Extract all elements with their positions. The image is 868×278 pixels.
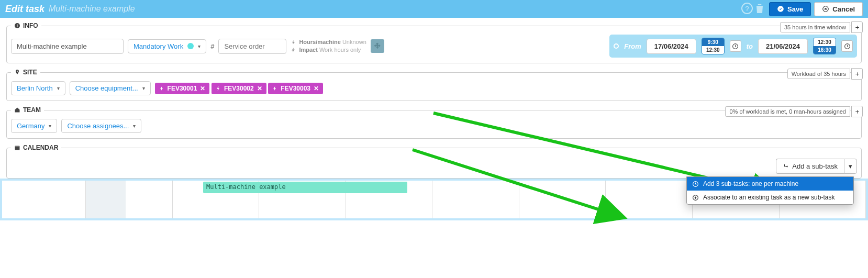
calendar-shade — [86, 181, 126, 218]
caret-down-icon: ▾ — [49, 123, 51, 129]
caret-down-icon: ▾ — [198, 43, 201, 49]
from-time-badge[interactable]: 9:30 12:30 — [702, 38, 725, 54]
task-name-input[interactable] — [11, 39, 124, 54]
calendar-legend: CALENDAR — [11, 144, 61, 151]
site-panel: SITE Workload of 35 hours Berlin North ▾… — [6, 69, 862, 101]
add-subtask-caret[interactable]: ▾ — [844, 159, 857, 174]
caret-down-icon: ▾ — [849, 162, 852, 170]
link-icon — [692, 194, 699, 201]
choose-equipment-select[interactable]: Choose equipment... ▾ — [70, 81, 151, 95]
svg-rect-10 — [15, 146, 20, 147]
to-clock-button[interactable] — [841, 40, 853, 52]
from-date-input[interactable] — [647, 39, 696, 54]
tag-label: FEV30002 — [224, 85, 254, 92]
calendar-task-bar[interactable]: Multi-machine example — [203, 182, 407, 193]
to-label: to — [747, 42, 753, 50]
info-icon — [14, 23, 20, 29]
svg-rect-5 — [17, 25, 18, 27]
work-type-select[interactable]: Mandatory Work ▾ — [128, 39, 206, 53]
team-badge: 0% of workload is met, 0 man-hours assig… — [725, 106, 850, 117]
tag-remove-icon[interactable]: ✕ — [257, 85, 262, 92]
bolt-icon — [291, 47, 296, 53]
info-legend: INFO — [11, 22, 41, 29]
move-icon[interactable] — [371, 39, 384, 53]
pin-icon — [14, 69, 20, 75]
calendar-toolbar: Add a sub-task ▾ Add 3 sub-tasks: one pe… — [11, 157, 857, 178]
site-location-select[interactable]: Berlin North ▾ — [11, 81, 65, 95]
flame-icon — [291, 39, 296, 45]
cyan-dot-icon — [187, 43, 194, 49]
to-time-badge[interactable]: 12:30 16:30 — [813, 38, 836, 54]
info-badge: 35 hours in time window — [780, 22, 850, 32]
svg-text:?: ? — [745, 5, 749, 13]
save-button-label: Save — [787, 5, 803, 13]
team-panel: TEAM 0% of workload is met, 0 man-hours … — [6, 106, 862, 139]
hash-icon: # — [210, 42, 214, 50]
help-icon[interactable]: ? — [741, 2, 753, 16]
site-badge-area: Workload of 35 hours — [787, 68, 863, 80]
info-panel: INFO 35 hours in time window Mandatory W… — [6, 22, 862, 63]
clock-icon — [692, 181, 699, 187]
equipment-tag[interactable]: FEV30002✕ — [212, 83, 266, 94]
site-badge: Workload of 35 hours — [787, 69, 850, 79]
tag-label: FEV30001 — [168, 85, 197, 92]
site-expand-button[interactable] — [851, 68, 863, 80]
from-label: From — [624, 42, 641, 50]
equipment-tag[interactable]: FEV30003✕ — [268, 83, 323, 94]
trash-icon[interactable] — [753, 2, 766, 16]
calendar-icon — [14, 144, 20, 151]
page-title: Edit task — [5, 4, 44, 15]
home-icon — [14, 107, 20, 113]
date-range: From 9:30 12:30 to 12:30 16:30 — [609, 35, 857, 58]
from-clock-button[interactable] — [730, 40, 741, 52]
equipment-tag[interactable]: FEV30001✕ — [155, 83, 210, 94]
svg-rect-6 — [17, 24, 18, 25]
info-expand-button[interactable] — [851, 21, 863, 33]
calendar-panel: CALENDAR Add a sub-task ▾ Add 3 sub-task… — [6, 144, 862, 179]
cancel-button-label: Cancel — [832, 5, 855, 13]
caret-down-icon: ▾ — [133, 123, 136, 129]
choose-assignees-select[interactable]: Choose assignees... ▾ — [61, 119, 141, 133]
caret-down-icon: ▾ — [142, 85, 145, 91]
subtask-dropdown-menu: Add 3 sub-tasks: one per machine Associa… — [686, 176, 854, 205]
team-legend: TEAM — [11, 106, 44, 114]
team-region-select[interactable]: Germany ▾ — [11, 119, 57, 133]
subtask-icon — [783, 163, 789, 170]
menu-item-associate-existing[interactable]: Associate to an existing task as a new s… — [687, 191, 853, 204]
cancel-button[interactable]: Cancel — [814, 2, 863, 16]
topbar: Edit task Multi-machine example ? Save C… — [0, 0, 868, 18]
team-badge-area: 0% of workload is met, 0 man-hours assig… — [725, 106, 863, 117]
caret-down-icon: ▾ — [57, 85, 60, 91]
info-meta: Hours/machine Unknown Impact Work hours … — [291, 38, 366, 54]
site-legend: SITE — [11, 69, 40, 76]
info-badge-area: 35 hours in time window — [780, 21, 863, 33]
save-button[interactable]: Save — [769, 2, 811, 16]
to-date-input[interactable] — [758, 39, 808, 54]
menu-item-add-per-machine[interactable]: Add 3 sub-tasks: one per machine — [687, 177, 853, 191]
add-subtask-button[interactable]: Add a sub-task — [776, 159, 844, 174]
page-subtitle: Multi-machine example — [49, 4, 135, 14]
service-order-input[interactable] — [218, 39, 286, 54]
bolt-icon — [159, 86, 164, 91]
tag-remove-icon[interactable]: ✕ — [200, 85, 205, 92]
bolt-icon — [272, 86, 277, 91]
tag-label: FEV30003 — [281, 85, 310, 92]
svg-point-11 — [787, 166, 788, 167]
bolt-icon — [216, 86, 221, 91]
team-expand-button[interactable] — [851, 106, 863, 117]
range-start-dot-icon — [614, 43, 619, 49]
tag-remove-icon[interactable]: ✕ — [314, 85, 319, 92]
